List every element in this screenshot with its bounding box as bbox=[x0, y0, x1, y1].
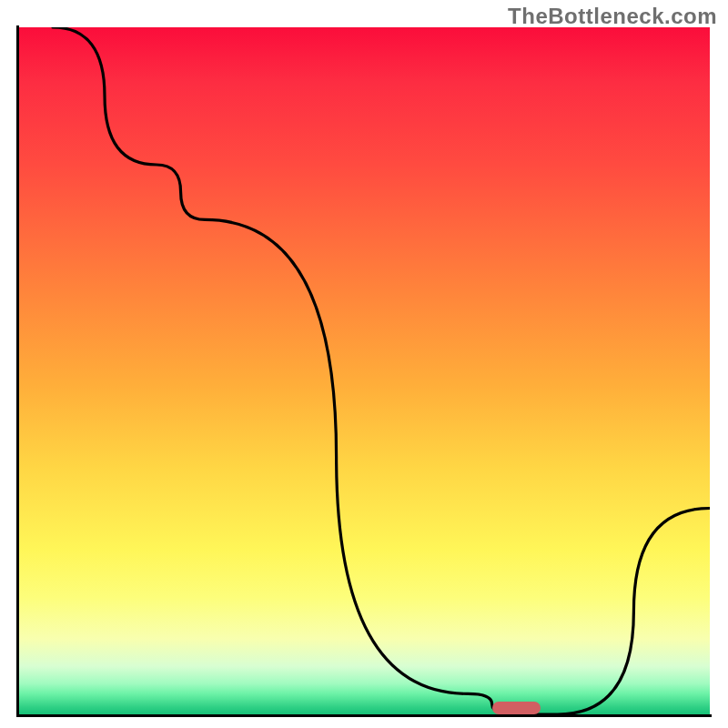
bottleneck-curve bbox=[18, 27, 710, 714]
watermark-text: TheBottleneck.com bbox=[508, 4, 717, 29]
plot-area bbox=[18, 27, 710, 714]
chart-container: TheBottleneck.com bbox=[0, 0, 728, 728]
y-axis-line bbox=[16, 25, 19, 717]
x-axis-line bbox=[16, 714, 712, 717]
optimal-marker bbox=[492, 702, 541, 714]
